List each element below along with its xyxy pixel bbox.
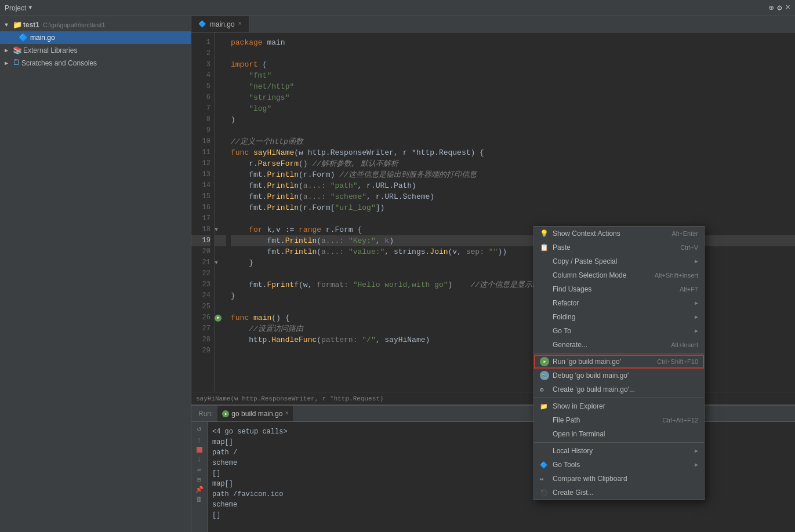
menu-item-goto[interactable]: Go To ▶ — [534, 324, 704, 338]
debug-icon: 🐛 — [540, 371, 549, 380]
menu-shortcut: Ctrl+V — [680, 244, 698, 251]
code-line-21: } — [231, 257, 795, 268]
menu-item-create-gist[interactable]: ⚫ Create Gist... — [534, 486, 704, 500]
code-line-14: fmt.Println(a...: "path", r.URL.Path) — [231, 180, 795, 191]
menu-item-copy-paste-special[interactable]: Copy / Paste Special ▶ — [534, 254, 704, 268]
code-line-9 — [231, 125, 795, 136]
arrow-down-icon: ▼ — [5, 22, 12, 28]
breadcrumb: sayHiName(w http.ResponseWriter, r *http… — [196, 395, 383, 402]
code-line-28: http.HandleFunc(pattern: "/", sayHiName) — [231, 334, 795, 345]
menu-label: Show Context Actions — [553, 229, 668, 238]
tree-item-scratches[interactable]: ▶ 🗒 Scratches and Consoles — [0, 57, 191, 69]
refresh-icon[interactable]: ↺ — [197, 424, 202, 433]
menu-item-open-terminal[interactable]: Open in Terminal — [534, 427, 704, 441]
code-line-6: "strings" — [231, 92, 795, 103]
create-icon: ⚙ — [540, 386, 549, 393]
pin-icon[interactable]: 📌 — [195, 486, 204, 493]
run-tab-close-icon[interactable]: × — [285, 410, 288, 417]
code-line-24: } — [231, 290, 795, 301]
menu-item-local-history[interactable]: Local History ▶ — [534, 444, 704, 458]
gutter: ▼ ▼ ▶ — [215, 32, 226, 392]
submenu-arrow-icon: ▶ — [695, 300, 698, 307]
code-line-10: //定义一个http函数 — [231, 136, 795, 147]
code-line-12: r.ParseForm() //解析参数, 默认不解析 — [231, 158, 795, 169]
tree-item-label: main.go — [30, 34, 55, 42]
settings-icon[interactable]: ⚙ — [777, 3, 782, 13]
tree-item-label: test1 — [23, 21, 39, 29]
code-line-8: ) — [231, 114, 795, 125]
menu-item-file-path[interactable]: File Path Ctrl+Alt+F12 — [534, 413, 704, 427]
menu-item-go-tools[interactable]: 🔷 Go Tools ▶ — [534, 458, 704, 472]
go-file-tab-icon: 🔷 — [198, 20, 206, 28]
run-tab-label: go build main.go — [231, 410, 282, 418]
title-bar-actions: ⊕ ⚙ × — [769, 3, 790, 13]
dropdown-arrow-icon: ▼ — [28, 5, 32, 11]
submenu-arrow-icon: ▶ — [695, 461, 698, 468]
editor-tabs: 🔷 main.go × — [191, 16, 795, 32]
menu-item-debug-build[interactable]: 🐛 Debug 'go build main.go' — [534, 369, 704, 382]
menu-label: Column Selection Mode — [553, 271, 651, 279]
context-menu: 💡 Show Context Actions Alt+Enter 📋 Paste… — [533, 226, 705, 500]
menu-item-show-context-actions[interactable]: 💡 Show Context Actions Alt+Enter — [534, 227, 704, 241]
menu-item-create-build[interactable]: ⚙ Create 'go build main.go'... — [534, 382, 704, 396]
tab-main-go[interactable]: 🔷 main.go × — [191, 16, 249, 32]
close-panel-icon[interactable]: × — [786, 3, 790, 13]
menu-label: Compare with Clipboard — [553, 475, 698, 483]
menu-item-generate[interactable]: Generate... Alt+Insert — [534, 338, 704, 352]
code-line-15: fmt.Println(a...: "scheme", r.URL.Scheme… — [231, 191, 795, 202]
bottom-toolbar: ↺ ↑ ↓ ⇌ ⊟ 📌 🗑 — [191, 422, 208, 532]
code-line-18: for k,v := range r.Form { — [231, 224, 795, 235]
tree-item-test1[interactable]: ▼ 📁 test1 C:\go\gopath\src\test1 — [0, 19, 191, 31]
menu-separator-2 — [534, 398, 704, 398]
menu-label: Folding — [553, 313, 691, 321]
menu-item-column-selection[interactable]: Column Selection Mode Alt+Shift+Insert — [534, 268, 704, 282]
lightbulb-icon: 💡 — [540, 229, 549, 238]
menu-item-paste[interactable]: 📋 Paste Ctrl+V — [534, 241, 704, 254]
arrow-right-icon: ▶ — [5, 47, 12, 54]
github-icon: ⚫ — [540, 489, 549, 497]
add-icon[interactable]: ⊕ — [769, 3, 774, 13]
menu-label: Create 'go build main.go'... — [553, 385, 698, 393]
console-line: [] — [212, 510, 790, 520]
submenu-arrow-icon: ▶ — [695, 327, 698, 334]
menu-shortcut: Alt+F7 — [680, 286, 698, 293]
scroll-down-icon[interactable]: ↓ — [197, 455, 202, 464]
menu-shortcut: Alt+Insert — [671, 341, 698, 348]
code-line-3: import ( — [231, 59, 795, 70]
menu-item-find-usages[interactable]: Find Usages Alt+F7 — [534, 282, 704, 296]
run-gutter-icon[interactable]: ▶ — [215, 312, 226, 323]
menu-label: Go To — [553, 327, 691, 335]
stop-icon[interactable] — [197, 447, 202, 453]
tree-item-main-go[interactable]: 🔷 main.go — [0, 31, 191, 44]
menu-item-refactor[interactable]: Refactor ▶ — [534, 296, 704, 310]
menu-shortcut: Alt+Shift+Insert — [655, 272, 698, 279]
menu-shortcut: Alt+Enter — [671, 230, 698, 237]
menu-item-folding[interactable]: Folding ▶ — [534, 310, 704, 324]
menu-item-show-in-explorer[interactable]: 📁 Show in Explorer — [534, 399, 704, 413]
project-dropdown[interactable]: Project ▼ — [5, 4, 32, 12]
code-line-7: "log" — [231, 103, 795, 114]
code-line-17 — [231, 213, 795, 224]
trash-icon[interactable]: 🗑 — [196, 495, 202, 503]
wrap-icon[interactable]: ⇌ — [197, 466, 201, 473]
menu-item-run-build[interactable]: ▶ Run 'go build main.go' Ctrl+Shift+F10 — [534, 355, 704, 369]
run-tab[interactable]: ▶ go build main.go × — [217, 406, 293, 421]
code-line-27: //设置访问路由 — [231, 323, 795, 334]
tab-close-icon[interactable]: × — [238, 21, 242, 27]
filter-icon[interactable]: ⊟ — [197, 476, 201, 483]
tree-item-external-libs[interactable]: ▶ 📚 External Libraries — [0, 44, 191, 57]
tree-item-label: External Libraries — [23, 46, 77, 54]
menu-item-compare-clipboard[interactable]: ⇔ Compare with Clipboard — [534, 472, 704, 486]
menu-label: Show in Explorer — [553, 402, 698, 410]
fold-icon-2[interactable]: ▼ — [215, 257, 226, 268]
code-line-11: func sayHiName(w http.ResponseWriter, r … — [231, 147, 795, 158]
code-content: package main import ( "fmt" "net/http" "… — [226, 32, 795, 392]
title-bar: Project ▼ ⊕ ⚙ × — [0, 0, 795, 16]
scroll-up-icon[interactable]: ↑ — [197, 436, 202, 444]
tree-item-path: C:\go\gopath\src\test1 — [43, 21, 106, 28]
menu-label: Paste — [553, 243, 677, 252]
fold-icon[interactable]: ▼ — [215, 224, 226, 235]
code-line-13: fmt.Println(r.Form) //这些信息是输出到服务器端的打印信息 — [231, 169, 795, 180]
console-output: <4 go setup calls> map[] path / scheme [… — [208, 422, 795, 532]
sidebar-tree: ▼ 📁 test1 C:\go\gopath\src\test1 🔷 main.… — [0, 16, 191, 532]
